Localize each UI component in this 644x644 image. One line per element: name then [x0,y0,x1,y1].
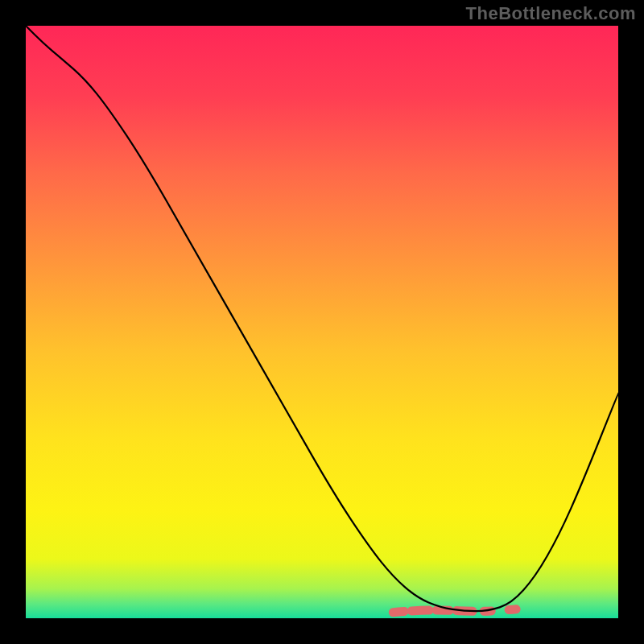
watermark-text: TheBottleneck.com [466,3,636,24]
plot-area [26,26,618,618]
chart-svg [26,26,618,618]
gradient-background [26,26,618,618]
chart-frame: TheBottleneck.com [0,0,644,644]
